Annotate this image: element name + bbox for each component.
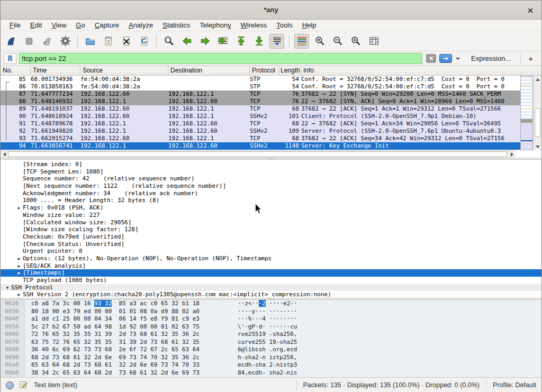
zoom-out-icon[interactable] bbox=[330, 34, 345, 49]
packet-list-horizontal-scrollbar[interactable] bbox=[1, 150, 516, 158]
menu-view[interactable]: View bbox=[47, 20, 71, 30]
detail-line[interactable]: Checksum: 0x79ed [unverified] bbox=[1, 233, 541, 241]
close-window-icon[interactable]: ✕ bbox=[525, 5, 536, 16]
detail-line[interactable]: [Stream index: 0] bbox=[1, 161, 541, 168]
packet-row[interactable]: 9371.662015274192.168.122.60192.168.122.… bbox=[1, 135, 520, 142]
detail-line[interactable]: ▸Options: (12 bytes), No-Operation (NOP)… bbox=[1, 255, 541, 262]
detail-line[interactable]: ▸[Timestamps] bbox=[1, 269, 541, 277]
menu-statistics[interactable]: Statistics bbox=[158, 20, 195, 30]
menu-go[interactable]: Go bbox=[71, 20, 89, 30]
expression-button[interactable]: Expression... bbox=[471, 54, 511, 62]
packet-row[interactable]: 9171.648789678192.168.122.1192.168.122.6… bbox=[1, 120, 520, 127]
auto-scroll-icon[interactable] bbox=[269, 34, 284, 49]
column-header-time[interactable]: Time bbox=[31, 66, 80, 75]
expand-arrow-icon[interactable]: ▾ bbox=[4, 284, 11, 291]
start-capture-fin-icon[interactable] bbox=[4, 34, 19, 49]
detail-line[interactable]: ▸SSH Version 2 (encryption:chacha20-poly… bbox=[1, 291, 541, 298]
bookmark-icon[interactable] bbox=[4, 53, 16, 64]
column-header-length[interactable]: Length bbox=[279, 66, 301, 75]
detail-line[interactable]: Urgent pointer: 0 bbox=[1, 248, 541, 255]
detail-line[interactable]: [Checksum Status: Unverified] bbox=[1, 241, 541, 248]
reload-file-icon[interactable] bbox=[137, 34, 151, 49]
menu-help[interactable]: Help bbox=[297, 20, 321, 30]
detail-line[interactable]: TCP payload (1080 bytes) bbox=[1, 277, 541, 284]
expand-arrow-icon[interactable]: ▸ bbox=[15, 255, 23, 262]
find-packet-icon[interactable] bbox=[161, 34, 176, 49]
close-file-icon[interactable] bbox=[119, 34, 133, 49]
column-header-no[interactable]: No. bbox=[1, 66, 31, 75]
add-filter-button[interactable]: + bbox=[528, 54, 533, 63]
packet-row[interactable]: 8771.647777234192.168.122.60192.168.122.… bbox=[1, 90, 520, 98]
go-to-bottom-icon[interactable] bbox=[251, 34, 266, 49]
detail-line[interactable]: [Calculated window size: 29056] bbox=[1, 219, 541, 226]
detail-line[interactable]: ▾SSH Protocol bbox=[1, 284, 541, 291]
scrollbar-thumb[interactable] bbox=[8, 151, 507, 157]
capture-comment-icon[interactable] bbox=[19, 380, 28, 390]
restart-capture-icon[interactable] bbox=[40, 34, 55, 49]
display-filter-input[interactable]: !tcp.port == 22 bbox=[19, 53, 422, 64]
hex-row[interactable]: 00505c 27 b2 67 50 ad 64 98 1d 92 00 00 … bbox=[1, 323, 541, 331]
colorize-icon[interactable] bbox=[294, 34, 309, 49]
packet-row[interactable]: 8670.013850163fe:54:00:d4:38:2aSTP54Conf… bbox=[1, 83, 520, 90]
detail-line[interactable]: 1000 .... = Header Length: 32 bytes (8) bbox=[1, 197, 541, 204]
hex-row[interactable]: 00a065 63 64 68 2d 73 68 61 32 2d 6e 69 … bbox=[1, 361, 541, 369]
hex-row[interactable]: 00b038 34 2c 65 63 64 68 2d 73 68 61 32 … bbox=[1, 369, 541, 377]
menu-capture[interactable]: Capture bbox=[90, 20, 124, 30]
clear-icon[interactable]: ✕ bbox=[426, 54, 436, 63]
detail-line[interactable]: [Window size scaling factor: 128] bbox=[1, 226, 541, 233]
expand-arrow-icon[interactable]: ▸ bbox=[15, 204, 23, 212]
column-header-source[interactable]: Source bbox=[80, 66, 168, 75]
detail-line[interactable]: [Next sequence number: 1122 (relative se… bbox=[1, 183, 541, 190]
menu-edit[interactable]: Edit bbox=[25, 20, 47, 30]
hex-row[interactable]: 0040a1 dd c1 25 00 00 04 34 06 14 f5 e8 … bbox=[1, 315, 541, 323]
dropdown-caret-icon[interactable] bbox=[454, 54, 462, 63]
capture-options-gear-icon[interactable] bbox=[58, 34, 73, 49]
hex-row[interactable]: 009068 2d 73 68 61 32 2d 6e 69 73 74 70 … bbox=[1, 354, 541, 362]
detail-line[interactable]: [TCP Segment Len: 1080] bbox=[1, 168, 541, 176]
scroll-down-icon[interactable] bbox=[534, 143, 541, 150]
apply-arrow-icon[interactable] bbox=[439, 54, 452, 63]
title-bar[interactable]: *any ✕ bbox=[1, 1, 541, 20]
resize-columns-icon[interactable] bbox=[366, 34, 381, 49]
expand-arrow-icon[interactable]: ▸ bbox=[15, 269, 23, 277]
hex-row[interactable]: 007063 75 72 76 65 32 35 35 31 39 2d 73 … bbox=[1, 339, 541, 347]
scroll-right-icon[interactable] bbox=[508, 151, 516, 158]
packet-row[interactable]: 9471.663856741192.168.122.1192.168.122.6… bbox=[1, 142, 520, 150]
zoom-in-icon[interactable] bbox=[312, 34, 327, 49]
packet-row[interactable]: 9271.661949820192.168.122.1192.168.122.6… bbox=[1, 127, 520, 135]
go-to-packet-icon[interactable] bbox=[215, 34, 230, 49]
packet-row[interactable]: 8971.648191037192.168.122.60192.168.122.… bbox=[1, 105, 520, 113]
expert-info-icon[interactable] bbox=[6, 381, 14, 389]
packet-list-vertical-scrollbar[interactable] bbox=[533, 76, 541, 150]
zoom-reset-icon[interactable] bbox=[348, 34, 363, 49]
expand-arrow-icon[interactable]: ▸ bbox=[15, 262, 23, 270]
menu-analyze[interactable]: Analyze bbox=[124, 20, 158, 30]
menu-tools[interactable]: Tools bbox=[272, 20, 297, 30]
column-header-destination[interactable]: Destination bbox=[168, 66, 250, 75]
packet-row[interactable]: 8568.001734936fe:54:00:d4:38:2aSTP54Conf… bbox=[1, 76, 520, 83]
go-to-top-icon[interactable] bbox=[233, 34, 248, 49]
hex-row[interactable]: 008036 40 6c 69 62 73 73 68 2e 6f 72 67 … bbox=[1, 346, 541, 354]
column-header-protocol[interactable]: Protocol bbox=[250, 66, 279, 75]
packet-row[interactable]: 9071.648618924192.168.122.60192.168.122.… bbox=[1, 113, 520, 120]
profile-text[interactable]: Profile: Default bbox=[493, 381, 536, 389]
open-file-folder-icon[interactable] bbox=[83, 34, 97, 49]
packet-list-header[interactable]: No. Time Source Destination Protocol Len… bbox=[1, 66, 541, 76]
scrollbar-thumb[interactable] bbox=[535, 108, 540, 137]
go-back-icon[interactable] bbox=[179, 34, 194, 49]
stop-capture-icon[interactable] bbox=[22, 34, 37, 49]
column-header-info[interactable]: Info bbox=[301, 66, 541, 75]
menu-telephony[interactable]: Telephony bbox=[195, 20, 236, 30]
scroll-left-icon[interactable] bbox=[1, 151, 8, 158]
hex-row[interactable]: 003080 18 00 e3 79 ed 00 00 01 01 08 0a … bbox=[1, 308, 541, 316]
intelligent-scrollbar-minimap[interactable] bbox=[520, 76, 533, 150]
menu-wireless[interactable]: Wireless bbox=[236, 20, 272, 30]
hex-row[interactable]: 0020c0 a8 7a 3c 00 16 93 32 85 a3 ac c0 … bbox=[1, 300, 541, 308]
scroll-up-icon[interactable] bbox=[534, 76, 541, 83]
packet-row[interactable]: 8871.648146932192.168.122.1192.168.122.6… bbox=[1, 98, 520, 105]
menu-file[interactable]: File bbox=[5, 20, 25, 30]
detail-line[interactable]: Window size value: 227 bbox=[1, 212, 541, 219]
detail-line[interactable]: Sequence number: 42 (relative sequence n… bbox=[1, 175, 541, 183]
detail-line[interactable]: ▸Flags: 0x018 (PSH, ACK) bbox=[1, 204, 541, 212]
hex-row[interactable]: 006072 76 65 32 35 35 31 39 2d 73 68 61 … bbox=[1, 331, 541, 339]
